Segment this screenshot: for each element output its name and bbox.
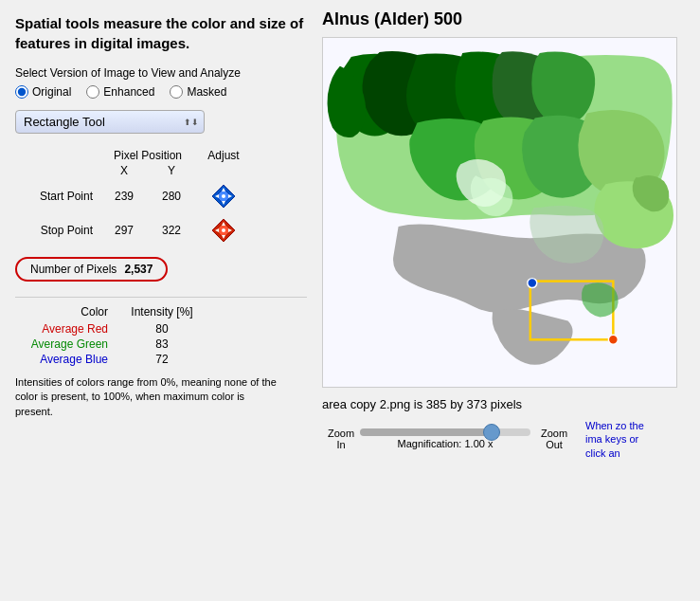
tool-select-container: Rectangle Tool Circle Tool Polygon Tool xyxy=(15,110,307,134)
radio-original[interactable]: Original xyxy=(15,85,71,99)
radio-enhanced-label: Enhanced xyxy=(103,85,154,99)
map-title-italic: Alnus xyxy=(322,9,369,28)
area-info: area copy 2.png is 385 by 373 pixels xyxy=(322,397,691,411)
pixels-row: Number of Pixels 2,537 xyxy=(15,257,307,282)
stop-point-adjust[interactable] xyxy=(195,217,252,244)
left-panel: Spatial tools measure the color and size… xyxy=(0,0,322,601)
svg-point-9 xyxy=(222,228,225,232)
zoom-magnification-label: Magnification: xyxy=(398,438,462,449)
radio-original-label: Original xyxy=(32,85,71,99)
svg-point-2 xyxy=(222,194,225,198)
zoom-slider[interactable] xyxy=(360,428,530,436)
color-red-name: Average Red xyxy=(15,322,119,336)
right-panel: Alnus (Alder) 500 xyxy=(322,0,700,601)
select-label: Select Version of Image to View and Anal… xyxy=(15,66,307,80)
intensities-note: Intensities of colors range from 0%, mea… xyxy=(15,375,280,419)
color-table-header: Color Intensity [%] xyxy=(15,305,307,319)
blue-diamond-icon xyxy=(210,183,237,209)
pixels-value: 2,537 xyxy=(124,263,153,276)
color-table: Color Intensity [%] Average Red 80 Avera… xyxy=(15,305,307,366)
adjust-header: Adjust xyxy=(195,149,252,162)
zoom-hint: When zo the ima keys or click an xyxy=(585,419,661,460)
stop-point-x: 297 xyxy=(100,224,148,237)
radio-masked-label: Masked xyxy=(187,85,226,99)
stop-point-label: Stop Point xyxy=(15,224,100,237)
start-point-row: Start Point 239 280 xyxy=(15,183,307,209)
color-green-row: Average Green 83 xyxy=(15,337,307,351)
color-blue-name: Average Blue xyxy=(15,353,119,366)
zoom-slider-container: Magnification: 1.00 x xyxy=(360,428,530,449)
pixel-position-header: Pixel Position xyxy=(100,149,195,162)
color-red-value: 80 xyxy=(119,322,205,336)
zoom-magnification-value: 1.00 x xyxy=(464,438,493,449)
pixels-label: Number of Pixels xyxy=(30,263,117,276)
svg-point-17 xyxy=(608,335,618,344)
stop-point-row: Stop Point 297 322 xyxy=(15,217,307,244)
start-point-x: 239 xyxy=(100,190,148,203)
red-diamond-icon xyxy=(210,217,237,244)
tool-select[interactable]: Rectangle Tool Circle Tool Polygon Tool xyxy=(15,110,205,134)
radio-group: Original Enhanced Masked xyxy=(15,85,307,99)
map-title-normal: (Alder) 500 xyxy=(374,9,462,28)
color-blue-value: 72 xyxy=(119,353,205,366)
map-container xyxy=(322,37,677,388)
main-title: Spatial tools measure the color and size… xyxy=(15,13,307,53)
radio-masked[interactable]: Masked xyxy=(170,85,226,99)
zoom-in-label: Zoom In xyxy=(322,428,360,450)
start-point-label: Start Point xyxy=(15,190,100,203)
zoom-controls: Zoom In Magnification: 1.00 x Zoom Out W… xyxy=(322,419,691,460)
stop-point-y: 322 xyxy=(148,224,195,237)
start-point-adjust[interactable] xyxy=(195,183,252,209)
y-header: Y xyxy=(148,164,195,177)
svg-point-16 xyxy=(528,279,537,288)
tool-select-wrapper[interactable]: Rectangle Tool Circle Tool Polygon Tool xyxy=(15,110,205,134)
start-point-y: 280 xyxy=(148,190,195,203)
color-green-value: 83 xyxy=(119,337,205,351)
zoom-out-label: Zoom Out xyxy=(530,428,578,450)
pixel-table: Pixel Position Adjust X Y Start Point 23… xyxy=(15,149,307,244)
zoom-magnification: Magnification: 1.00 x xyxy=(398,438,494,449)
color-col-header: Color xyxy=(15,305,119,319)
intensity-col-header: Intensity [%] xyxy=(119,305,205,319)
radio-enhanced[interactable]: Enhanced xyxy=(86,85,154,99)
map-svg xyxy=(323,38,676,387)
map-title: Alnus (Alder) 500 xyxy=(322,9,691,29)
color-red-row: Average Red 80 xyxy=(15,322,307,336)
pixels-oval: Number of Pixels 2,537 xyxy=(15,257,168,282)
color-blue-row: Average Blue 72 xyxy=(15,353,307,366)
color-green-name: Average Green xyxy=(15,337,119,351)
x-header: X xyxy=(100,164,148,177)
